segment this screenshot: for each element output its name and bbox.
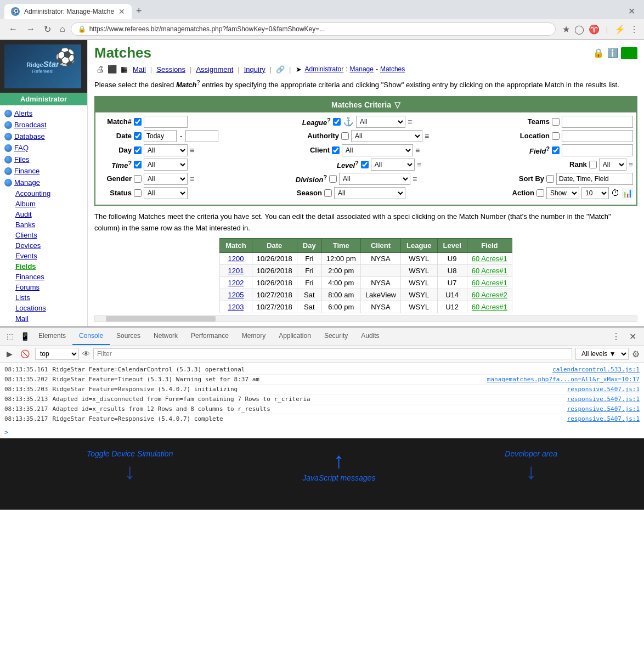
address-bar[interactable]: 🔒 https://www.referees.biz/managematches… [71, 22, 556, 36]
console-eye-icon[interactable]: 👁 [82, 349, 90, 358]
toolbar-grid-icon[interactable]: ⬛ [106, 64, 117, 75]
check-action[interactable] [536, 189, 544, 197]
input-location[interactable] [562, 130, 633, 142]
devtools-tab-sources[interactable]: Sources [110, 328, 147, 345]
sidebar-sub-lists[interactable]: Lists [11, 292, 87, 303]
sort-client-icon[interactable]: ≡ [415, 146, 420, 155]
devtools-tab-elements[interactable]: Elements [32, 328, 72, 345]
sidebar-sub-banks[interactable]: Banks [11, 219, 87, 230]
check-division[interactable] [329, 175, 337, 183]
console-context-select[interactable]: top [35, 348, 79, 360]
sidebar-sub-accounting[interactable]: Accounting [11, 188, 87, 199]
back-button[interactable]: ← [5, 23, 21, 35]
sidebar-item-faq[interactable]: FAQ [0, 142, 87, 154]
console-source-link[interactable]: managematches.php?fa...on=All&r_xMax=10:… [487, 376, 640, 383]
devtools-tab-application[interactable]: Application [272, 328, 318, 345]
select-status[interactable]: All [144, 187, 188, 199]
check-league[interactable] [333, 118, 341, 126]
toolbar-list-icon[interactable]: ▦ [118, 64, 129, 75]
sort-day-icon[interactable]: ≡ [190, 146, 194, 155]
field-link[interactable]: 60 Acres#2 [472, 291, 507, 299]
clock-icon[interactable]: ⏱ [611, 188, 620, 198]
match-link[interactable]: 1201 [228, 267, 244, 275]
sidebar-sub-album[interactable]: Album [11, 199, 87, 209]
console-settings-btn[interactable]: ⚙ [632, 349, 640, 359]
toolbar-assignment-link[interactable]: Assignment [196, 65, 233, 74]
devtools-more-btn[interactable]: ⋮ [608, 330, 624, 343]
check-time[interactable] [134, 161, 142, 168]
criteria-filter-icon[interactable]: ▽ [394, 100, 400, 109]
sort-level-icon[interactable]: ≡ [417, 160, 421, 169]
select-show-count[interactable]: 10 [581, 187, 609, 199]
match-link[interactable]: 1205 [228, 291, 244, 299]
check-teams[interactable] [552, 118, 560, 126]
field-link[interactable]: 60 Acres#1 [472, 279, 507, 287]
close-browser-button[interactable]: ✕ [624, 4, 640, 19]
sidebar-sub-mail[interactable]: Mail [11, 313, 87, 324]
profile-icon[interactable]: ◯ [574, 24, 584, 35]
sort-authority-icon[interactable]: ≡ [425, 132, 429, 140]
devtools-inspect-btn[interactable]: ⬚ [4, 331, 16, 342]
sync-icon[interactable]: ♈ [589, 24, 600, 35]
sidebar-sub-fields[interactable]: Fields [11, 261, 87, 272]
console-source-link[interactable]: responsive.5407.js:1 [567, 396, 640, 403]
sort-league-icon[interactable]: ≡ [408, 117, 412, 126]
check-rank[interactable] [589, 161, 597, 168]
home-button[interactable]: ⌂ [57, 23, 69, 35]
devtools-tab-audits[interactable]: Audits [354, 328, 386, 345]
check-season[interactable] [324, 189, 332, 197]
check-status[interactable] [134, 189, 142, 197]
console-source-link[interactable]: calendarcontrol.533.js:1 [552, 366, 640, 373]
match-link[interactable]: 1200 [228, 255, 244, 263]
info-header-icon[interactable]: ℹ️ [607, 47, 619, 59]
check-authority[interactable] [341, 132, 349, 140]
toolbar-print-icon[interactable]: 🖨 [94, 64, 105, 75]
field-link[interactable]: 60 Acres#1 [472, 255, 507, 263]
sidebar-item-files[interactable]: Files [0, 154, 87, 165]
forward-button[interactable]: → [23, 23, 38, 35]
check-date[interactable] [134, 132, 142, 140]
input-teams[interactable] [562, 116, 633, 128]
select-division[interactable]: All [339, 173, 410, 185]
extension-icon[interactable]: ⚡ [614, 24, 625, 35]
menu-icon[interactable]: ⋮ [630, 24, 639, 35]
devtools-close-btn[interactable]: ✕ [626, 330, 640, 343]
sidebar-sub-audit[interactable]: Audit [11, 209, 87, 219]
check-day[interactable] [134, 146, 142, 154]
devtools-tab-performance[interactable]: Performance [184, 328, 235, 345]
select-authority[interactable]: All [351, 130, 422, 142]
sidebar-item-manage[interactable]: Manage [0, 177, 87, 188]
sidebar-sub-devices[interactable]: Devices [11, 240, 87, 251]
field-link[interactable]: 60 Acres#1 [472, 267, 507, 275]
breadcrumb-matches[interactable]: Matches [380, 65, 405, 73]
console-nav-btn1[interactable]: ▶ [4, 348, 15, 359]
devtools-device-btn[interactable]: 📱 [18, 331, 32, 342]
select-gender[interactable]: All [144, 173, 188, 185]
check-sortby[interactable] [546, 175, 554, 183]
sidebar-sub-locations[interactable]: Locations [11, 303, 87, 313]
sidebar-item-finance[interactable]: Finance [0, 165, 87, 177]
sidebar-item-broadcast[interactable]: Broadcast [0, 119, 87, 131]
breadcrumb-admin[interactable]: Administrator [305, 65, 344, 73]
scroll-thumb[interactable] [106, 316, 216, 321]
input-date[interactable] [144, 130, 177, 142]
sidebar-sub-events[interactable]: Events [11, 251, 87, 261]
horizontal-scrollbar[interactable] [94, 315, 637, 322]
devtools-tab-console[interactable]: Console [72, 328, 110, 345]
select-time[interactable]: All [144, 159, 188, 171]
toolbar-inquiry-link[interactable]: Inquiry [244, 65, 265, 74]
console-clear-btn[interactable]: 🚫 [18, 348, 32, 359]
check-client[interactable] [332, 146, 340, 154]
new-tab-button[interactable]: + [132, 3, 146, 19]
sidebar-sub-finances[interactable]: Finances [11, 272, 87, 282]
select-client[interactable]: All [342, 144, 413, 156]
select-league[interactable]: All [356, 116, 405, 128]
console-source-link[interactable]: responsive.5407.js:1 [567, 415, 640, 422]
field-link[interactable]: 60 Acres#1 [472, 303, 507, 311]
check-match[interactable] [134, 118, 142, 126]
devtools-tab-memory[interactable]: Memory [235, 328, 272, 345]
console-source-link[interactable]: responsive.5407.js:1 [567, 405, 640, 413]
devtools-tab-network[interactable]: Network [147, 328, 184, 345]
reload-button[interactable]: ↻ [41, 23, 54, 36]
input-match[interactable] [144, 116, 188, 128]
